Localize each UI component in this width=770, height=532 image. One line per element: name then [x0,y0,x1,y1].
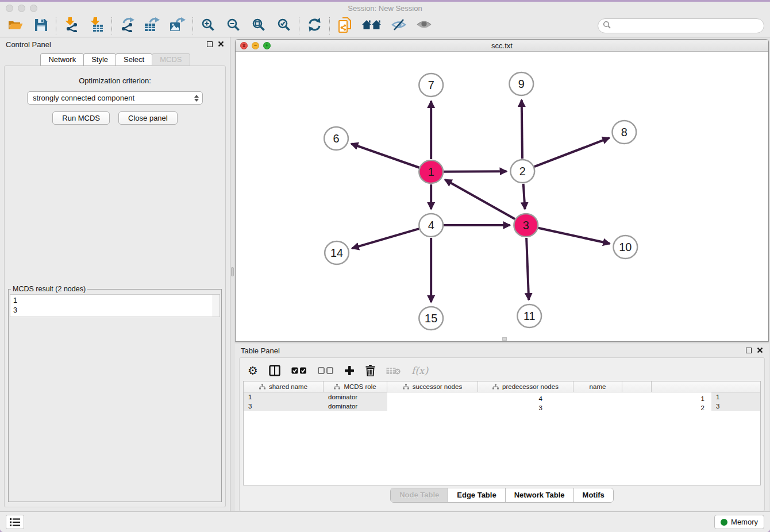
zoom-in-button[interactable] [198,17,218,35]
tab-edge-table[interactable]: Edge Table [448,488,505,502]
mcds-result-title: MCDS result (2 nodes) [11,285,87,293]
hide-selected-button[interactable] [389,17,409,35]
tab-select[interactable]: Select [116,53,152,66]
add-column-button[interactable] [344,365,355,376]
copy-network-icon [338,17,352,34]
export-table-icon [144,17,160,34]
column-header-shared-name[interactable]: shared name [244,381,324,392]
float-panel-icon[interactable] [207,41,213,47]
memory-status-icon [721,519,727,526]
column-header-mcds-role[interactable]: MCDS role [324,381,387,392]
import-table-icon [89,17,104,34]
cell-predecessor-nodes: 2 [549,402,711,411]
criterion-select[interactable]: strongly connected component [27,91,203,105]
control-panel-title: Control Panel [6,40,51,49]
table-panel-title: Table Panel [241,346,280,355]
table-row[interactable]: 3 dominator 3 2 3 [244,402,760,411]
control-panel: Control Panel Network Style Select MCDS … [0,37,230,511]
graph-edge-1-2[interactable] [444,171,506,172]
column-header-name[interactable]: name [573,381,622,392]
network-window-titlebar: x − + scc.txt [236,40,768,52]
zoom-fit-button[interactable] [249,17,268,35]
mcds-result-box: MCDS result (2 nodes) 1 3 [8,285,222,502]
import-table-button[interactable] [87,17,106,35]
network-canvas[interactable]: 1234678910111415 [236,52,768,341]
column-header-predecessor-nodes[interactable]: predecessor nodes [478,381,573,392]
toolbar-separator [111,17,112,34]
memory-button[interactable]: Memory [714,515,764,529]
graph-edge-3-10[interactable] [538,228,610,244]
close-panel-icon[interactable] [757,346,763,355]
control-panel-header: Control Panel [0,37,230,51]
select-all-checkboxes-button[interactable] [291,367,307,374]
graph-edge-2-8[interactable] [534,138,610,167]
column-settings-button[interactable]: ⚙ [248,364,258,377]
zoom-out-button[interactable] [224,17,243,35]
table-row[interactable]: 1 dominator 4 1 1 [244,392,760,402]
divider-grip[interactable] [231,267,234,276]
result-line: 3 [13,306,210,315]
first-neighbors-button[interactable] [360,17,383,35]
delete-column-button[interactable] [365,365,375,376]
task-history-button[interactable] [6,515,24,529]
float-panel-icon[interactable] [746,348,752,353]
graph-edge-4-14[interactable] [352,229,419,248]
copy-network-button[interactable] [335,17,355,35]
tab-style[interactable]: Style [83,53,116,66]
toolbar-separator [299,17,299,34]
refresh-view-button[interactable] [305,17,324,35]
save-session-button[interactable] [31,17,51,35]
graph-node-label: 2 [519,165,526,178]
show-all-button[interactable] [414,17,434,35]
mcds-result-list: 1 3 [10,295,213,317]
toolbar-separator [56,17,56,34]
shared-column-icon [259,384,265,390]
canvas-scroll-grip[interactable] [502,337,507,341]
graph-edge-2-3[interactable] [523,184,525,209]
zoom-out-icon [226,18,240,33]
criterion-selected-value: strongly connected component [33,94,134,102]
tab-network-table[interactable]: Network Table [506,488,574,502]
export-table-button[interactable] [143,17,162,35]
panel-divider[interactable] [230,37,234,511]
result-scrollbar[interactable] [213,295,220,317]
shared-column-icon [334,384,340,390]
graph-edge-2-9[interactable] [522,100,522,159]
zoom-selected-button[interactable] [274,17,294,35]
close-panel-icon[interactable] [218,40,224,49]
refresh-icon [307,18,322,33]
export-image-button[interactable] [168,17,187,35]
delete-table-button[interactable] [386,367,401,375]
select-stepper-icon [194,95,199,102]
tab-motifs[interactable]: Motifs [574,488,613,502]
tab-network[interactable]: Network [40,53,84,66]
main-toolbar [0,14,770,37]
graph-node-label: 6 [333,132,340,145]
column-header-successor-nodes[interactable]: successor nodes [387,381,478,392]
deselect-all-checkboxes-button[interactable] [318,367,333,374]
close-panel-button[interactable]: Close panel [118,111,178,125]
toolbar-separator [329,17,330,34]
run-mcds-button[interactable]: Run MCDS [52,111,110,125]
toggle-panes-button[interactable] [269,365,280,376]
export-network-button[interactable] [117,17,137,35]
cell-shared-name: 1 [244,392,324,402]
graph-edge-3-1[interactable] [445,180,515,219]
tab-mcds[interactable]: MCDS [152,53,190,66]
graph-edge-3-11[interactable] [526,238,529,300]
status-bar: Memory [0,511,770,532]
search-input[interactable] [613,21,764,30]
graph-edge-1-6[interactable] [351,144,419,168]
graph-node-label: 10 [619,241,632,253]
tab-node-table[interactable]: Node Table [391,488,448,502]
search-box[interactable] [598,18,764,33]
open-session-button[interactable] [6,17,25,35]
cell-successor-nodes: 3 [387,402,549,411]
import-network-button[interactable] [61,17,81,35]
cell-mcds-role: dominator [324,402,387,411]
shared-column-icon [492,384,499,390]
shared-column-icon [403,384,409,390]
function-builder-button[interactable]: f(x) [411,365,428,376]
toolbar-separator [192,17,193,34]
export-network-icon [120,17,135,34]
